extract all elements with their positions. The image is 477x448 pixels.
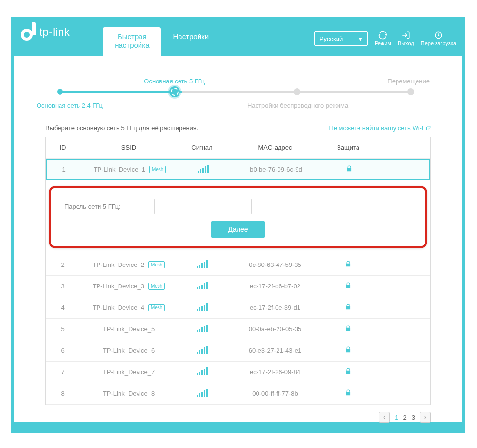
cell-security [325, 165, 374, 174]
cell-mac: ec-17-2f-d6-b7-02 [226, 283, 324, 290]
tab-settings[interactable]: Настройки [161, 27, 220, 57]
page-3[interactable]: 3 [412, 414, 415, 421]
networks-table: ID SSID Сигнал MAC-адрес Защита 1TP-Link… [45, 137, 431, 405]
signal-icon [197, 369, 208, 377]
next-button[interactable]: Далее [211, 221, 265, 238]
table-row[interactable]: 2TP-Link_Device_2Mesh0c-80-63-47-59-35 [46, 254, 430, 276]
col-signal: Сигнал [178, 144, 226, 151]
password-panel: Пароль сети 5 ГГц: Далее [49, 186, 427, 248]
cell-ssid: TP-Link_Device_4Mesh [80, 304, 178, 311]
language-value: Русский [319, 35, 343, 42]
signal-icon [197, 391, 208, 398]
lock-icon [345, 326, 352, 333]
brand-text: tp-link [40, 26, 70, 39]
col-ssid: SSID [80, 144, 178, 151]
logout-button[interactable]: Выход [398, 31, 414, 46]
cell-security [324, 346, 373, 355]
step-node-3 [294, 88, 300, 95]
table-row[interactable]: 3TP-Link_Device_3Meshec-17-2f-d6-b7-02 [46, 276, 430, 297]
page-prev[interactable]: ‹ [379, 412, 390, 423]
content: Основная сеть 2,4 ГГц Основная сеть 5 ГГ… [11, 56, 465, 433]
cell-security [324, 304, 373, 312]
cell-ssid: TP-Link_Device_7 [80, 368, 178, 376]
app-window: tp-link Быстрая настройка Настройки Русс… [11, 17, 465, 433]
instruction-text: Выберите основную сеть 5 ГГц для её расш… [45, 124, 199, 132]
mode-icon [378, 31, 388, 40]
step-label-1: Основная сеть 2,4 ГГц [37, 102, 103, 109]
lock-icon [345, 305, 352, 312]
lock-icon [345, 369, 352, 376]
page-1[interactable]: 1 [395, 414, 398, 421]
language-select[interactable]: Русский ▾ [314, 31, 368, 46]
col-mac: MAC-адрес [226, 144, 324, 151]
table-row[interactable]: 6TP-Link_Device_660-e3-27-21-43-e1 [46, 340, 430, 362]
signal-icon [197, 326, 208, 334]
main-tabs: Быстрая настройка Настройки [103, 27, 220, 57]
cell-ssid: TP-Link_Device_8 [80, 390, 178, 397]
cell-id: 8 [46, 390, 80, 397]
mesh-badge: Mesh [148, 304, 165, 311]
header: tp-link Быстрая настройка Настройки Русс… [11, 17, 465, 56]
step-label-3: Настройки беспроводного режима [247, 102, 348, 109]
mode-button[interactable]: Режим [375, 31, 391, 46]
table-header: ID SSID Сигнал MAC-адрес Защита [46, 137, 430, 159]
logo-icon [20, 22, 37, 42]
cell-mac: 00-0a-eb-20-05-35 [226, 326, 324, 333]
signal-icon [198, 167, 209, 174]
step-node-2 [169, 86, 180, 97]
cell-signal [178, 367, 226, 377]
cell-id: 5 [46, 326, 80, 333]
cell-ssid: TP-Link_Device_1Mesh [81, 166, 179, 173]
cell-mac: 00-00-ff-ff-77-8b [226, 390, 324, 397]
cell-security [324, 368, 373, 376]
tab-quick-setup[interactable]: Быстрая настройка [103, 27, 161, 57]
password-label: Пароль сети 5 ГГц: [64, 203, 147, 210]
cell-signal [178, 282, 226, 291]
col-security: Защита [324, 144, 373, 151]
lock-icon [345, 390, 352, 398]
cell-signal [178, 303, 226, 312]
reload-button[interactable]: Пере загрузка [421, 31, 456, 46]
signal-icon [197, 305, 208, 312]
cell-mac: 60-e3-27-21-43-e1 [226, 347, 324, 354]
page-2[interactable]: 2 [403, 414, 407, 421]
cell-mac: ec-17-2f-0e-39-d1 [226, 304, 324, 311]
logout-icon [401, 31, 411, 40]
cell-ssid: TP-Link_Device_6 [80, 347, 178, 354]
cell-id: 6 [46, 347, 80, 354]
lock-icon [346, 166, 353, 174]
lock-icon [345, 347, 352, 355]
chevron-down-icon: ▾ [359, 35, 362, 42]
cell-id: 4 [46, 304, 80, 311]
signal-icon [197, 262, 208, 269]
table-row[interactable]: 8TP-Link_Device_800-00-ff-ff-77-8b [46, 383, 430, 405]
header-actions: Русский ▾ Режим Выход Пере загрузка [314, 31, 465, 56]
step-label-2: Основная сеть 5 ГГц [144, 78, 205, 85]
cell-id: 1 [47, 166, 81, 173]
cell-ssid: TP-Link_Device_2Mesh [80, 261, 178, 268]
cell-mac: 0c-80-63-47-59-35 [226, 261, 324, 268]
table-row[interactable]: 1TP-Link_Device_1Meshb0-be-76-09-6c-9d [46, 159, 430, 180]
cell-signal [178, 346, 226, 355]
instruction-bar: Выберите основную сеть 5 ГГц для её расш… [45, 124, 431, 132]
cell-mac: ec-17-2f-26-09-84 [226, 368, 324, 376]
cell-signal [178, 389, 226, 398]
signal-icon [197, 348, 208, 355]
cell-id: 7 [46, 368, 80, 376]
lock-icon [345, 283, 352, 290]
table-row[interactable]: 4TP-Link_Device_4Meshec-17-2f-0e-39-d1 [46, 297, 430, 319]
help-link[interactable]: Не можете найти вашу сеть Wi-Fi? [329, 124, 431, 132]
cell-signal [178, 325, 226, 334]
brand-logo: tp-link [11, 17, 81, 56]
table-row[interactable]: 5TP-Link_Device_500-0a-eb-20-05-35 [46, 319, 430, 340]
password-input[interactable] [154, 199, 252, 214]
mesh-badge: Mesh [148, 283, 165, 290]
mesh-badge: Mesh [149, 166, 166, 173]
pagination: ‹ 1 2 3 › [45, 412, 431, 423]
cell-signal [179, 165, 227, 174]
page-next[interactable]: › [420, 412, 431, 423]
table-row[interactable]: 7TP-Link_Device_7ec-17-2f-26-09-84 [46, 362, 430, 383]
mesh-badge: Mesh [148, 261, 165, 268]
cell-mac: b0-be-76-09-6c-9d [227, 166, 325, 173]
step-node-4 [407, 88, 414, 95]
